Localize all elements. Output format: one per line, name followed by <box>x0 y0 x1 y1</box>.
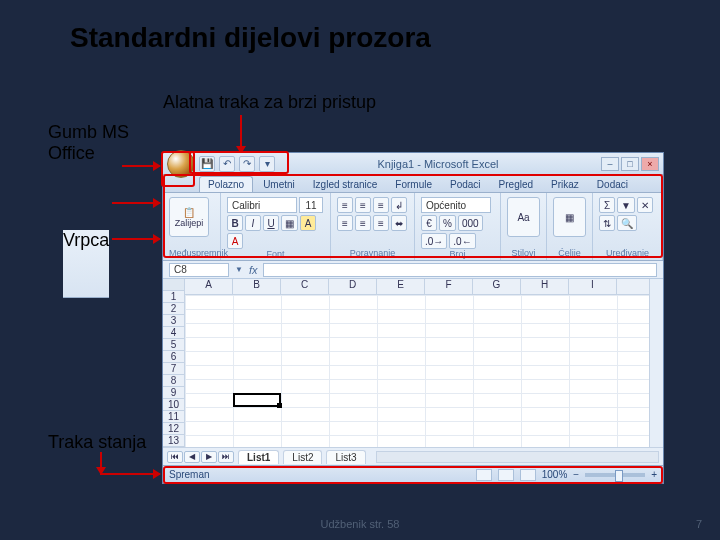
formula-input[interactable] <box>263 263 657 277</box>
column-header[interactable]: H <box>521 279 569 294</box>
font-size-selector[interactable]: 11 <box>299 197 323 213</box>
horizontal-scrollbar[interactable] <box>376 451 659 463</box>
font-color-button[interactable]: A <box>227 233 243 249</box>
sheet-nav-first-icon[interactable]: ⏮ <box>167 451 183 463</box>
active-cell[interactable] <box>233 393 281 407</box>
italic-button[interactable]: I <box>245 215 261 231</box>
minimize-button[interactable]: – <box>601 157 619 171</box>
sheet-nav-next-icon[interactable]: ▶ <box>201 451 217 463</box>
row-header[interactable]: 11 <box>163 411 184 423</box>
row-header[interactable]: 1 <box>163 291 184 303</box>
row-header[interactable]: 4 <box>163 327 184 339</box>
office-button[interactable] <box>167 150 195 178</box>
view-normal-button[interactable] <box>476 469 492 481</box>
paste-label: Zalijepi <box>175 218 204 228</box>
sheet-tab[interactable]: List3 <box>326 450 365 464</box>
border-button[interactable]: ▦ <box>281 215 298 231</box>
row-header[interactable]: 3 <box>163 315 184 327</box>
sheet-nav-prev-icon[interactable]: ◀ <box>184 451 200 463</box>
row-header[interactable]: 13 <box>163 435 184 447</box>
fx-icon[interactable]: fx <box>249 264 258 276</box>
quick-access-toolbar: 💾 ↶ ↷ ▾ <box>199 156 275 172</box>
save-icon[interactable]: 💾 <box>199 156 215 172</box>
align-center-button[interactable]: ≡ <box>355 215 371 231</box>
column-header[interactable]: I <box>569 279 617 294</box>
zoom-in-icon[interactable]: + <box>651 469 657 480</box>
currency-button[interactable]: € <box>421 215 437 231</box>
bold-button[interactable]: B <box>227 215 243 231</box>
select-all-corner[interactable] <box>163 279 184 291</box>
vertical-scrollbar[interactable] <box>649 279 663 447</box>
find-button[interactable]: 🔍 <box>617 215 637 231</box>
clear-button[interactable]: ✕ <box>637 197 653 213</box>
zoom-out-icon[interactable]: − <box>573 469 579 480</box>
paste-button[interactable]: 📋 Zalijepi <box>169 197 209 237</box>
close-button[interactable]: × <box>641 157 659 171</box>
arrow-to-ribbon-1 <box>112 238 160 240</box>
tab-addins[interactable]: Dodaci <box>589 177 636 192</box>
column-header[interactable]: G <box>473 279 521 294</box>
merge-button[interactable]: ⬌ <box>391 215 407 231</box>
redo-icon[interactable]: ↷ <box>239 156 255 172</box>
sort-filter-button[interactable]: ⇅ <box>599 215 615 231</box>
sheet-nav-last-icon[interactable]: ⏭ <box>218 451 234 463</box>
row-header[interactable]: 2 <box>163 303 184 315</box>
ribbon: 📋 Zalijepi Međuspremnik Calibri 11 B I U… <box>163 193 663 261</box>
percent-button[interactable]: % <box>439 215 456 231</box>
sheet-tab[interactable]: List1 <box>238 450 279 464</box>
name-box[interactable]: C8 <box>169 263 229 277</box>
row-header[interactable]: 6 <box>163 351 184 363</box>
column-header[interactable]: F <box>425 279 473 294</box>
arrow-to-ribbon-2 <box>112 202 160 204</box>
row-header[interactable]: 7 <box>163 363 184 375</box>
view-page-break-button[interactable] <box>520 469 536 481</box>
underline-button[interactable]: U <box>263 215 279 231</box>
tab-view[interactable]: Prikaz <box>543 177 587 192</box>
tab-formulas[interactable]: Formule <box>387 177 440 192</box>
autosum-button[interactable]: Σ <box>599 197 615 213</box>
column-header[interactable]: C <box>281 279 329 294</box>
maximize-button[interactable]: □ <box>621 157 639 171</box>
fill-color-button[interactable]: A <box>300 215 316 231</box>
tab-home[interactable]: Polazno <box>199 176 253 192</box>
fill-button[interactable]: ▼ <box>617 197 635 213</box>
window-title: Knjiga1 - Microsoft Excel <box>377 158 498 170</box>
column-header[interactable]: E <box>377 279 425 294</box>
align-bottom-button[interactable]: ≡ <box>373 197 389 213</box>
row-header[interactable]: 9 <box>163 387 184 399</box>
increase-decimal-button[interactable]: .0→ <box>421 233 447 249</box>
styles-button[interactable]: Aa <box>507 197 540 237</box>
cell-grid[interactable] <box>185 295 649 447</box>
undo-icon[interactable]: ↶ <box>219 156 235 172</box>
callout-status-bar: Traka stanja <box>48 432 146 453</box>
sheet-tab[interactable]: List2 <box>283 450 322 464</box>
row-header[interactable]: 10 <box>163 399 184 411</box>
wrap-text-button[interactable]: ↲ <box>391 197 407 213</box>
formula-bar: C8 ▼ fx <box>163 261 663 279</box>
align-top-button[interactable]: ≡ <box>337 197 353 213</box>
column-header[interactable]: D <box>329 279 377 294</box>
qat-customize-icon[interactable]: ▾ <box>259 156 275 172</box>
cells-button[interactable]: ▦ <box>553 197 586 237</box>
tab-data[interactable]: Podaci <box>442 177 489 192</box>
zoom-value: 100% <box>542 469 568 480</box>
column-header[interactable]: A <box>185 279 233 294</box>
align-middle-button[interactable]: ≡ <box>355 197 371 213</box>
namebox-dropdown-icon[interactable]: ▼ <box>235 265 243 274</box>
comma-button[interactable]: 000 <box>458 215 483 231</box>
align-left-button[interactable]: ≡ <box>337 215 353 231</box>
row-header[interactable]: 12 <box>163 423 184 435</box>
tab-page-layout[interactable]: Izgled stranice <box>305 177 385 192</box>
tab-review[interactable]: Pregled <box>491 177 541 192</box>
callout-office-button: Gumb MS Office <box>48 122 158 164</box>
column-header[interactable]: B <box>233 279 281 294</box>
font-name-selector[interactable]: Calibri <box>227 197 297 213</box>
view-page-layout-button[interactable] <box>498 469 514 481</box>
row-header[interactable]: 5 <box>163 339 184 351</box>
row-header[interactable]: 8 <box>163 375 184 387</box>
decrease-decimal-button[interactable]: .0← <box>449 233 475 249</box>
zoom-slider[interactable] <box>585 473 645 477</box>
align-right-button[interactable]: ≡ <box>373 215 389 231</box>
tab-insert[interactable]: Umetni <box>255 177 303 192</box>
number-format-selector[interactable]: Općenito <box>421 197 491 213</box>
